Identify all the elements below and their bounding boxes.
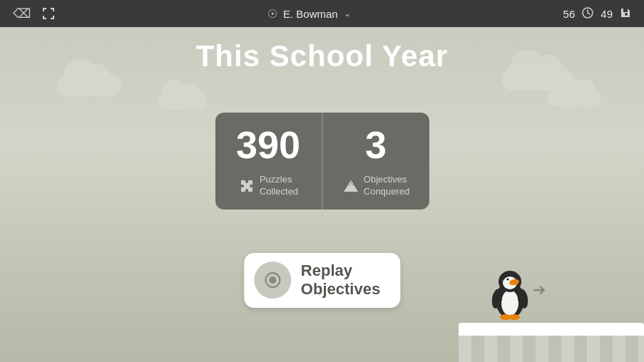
username-label[interactable]: E. Bowman [283,8,338,20]
objectives-label: Objectives Conquered [364,174,409,198]
objectives-count: 3 [365,125,387,164]
user-icon: ☉ [267,7,277,21]
ground-platform [459,323,644,362]
puzzles-section: 390 Puzzles Collected [215,113,322,210]
puzzles-label: Puzzles Collected [260,174,298,198]
cloud-decoration-2 [157,93,207,110]
ground-stripes [459,336,644,362]
puzzles-label-row: Puzzles Collected [238,174,298,198]
topbar: ⌫ ☉ E. Bowman ⌄ 56 49 [0,0,644,27]
replay-icon-circle [254,262,291,299]
fullscreen-button[interactable] [42,7,55,20]
replay-objectives-button[interactable]: Replay Objectives [244,253,400,308]
chevron-down-icon: ⌄ [344,9,351,19]
cloud-decoration-4 [548,89,601,107]
objectives-section: 3 Objectives Conquered [323,113,429,210]
session-count: 56 [563,8,576,20]
svg-point-13 [508,314,520,320]
stats-card: 390 Puzzles Collected 3 [215,113,429,210]
save-count: 49 [600,8,613,20]
ground-top [459,323,644,336]
penguin-character [487,263,533,326]
puzzles-count: 390 [236,125,300,164]
topbar-center: ☉ E. Bowman ⌄ [267,7,351,21]
replay-text-block: Replay Objectives [301,262,380,299]
svg-point-2 [269,276,276,284]
cloud-decoration-1 [57,75,121,96]
topbar-left-controls: ⌫ [13,6,55,21]
topbar-right: 56 49 [563,7,631,21]
mountain-icon [342,177,359,195]
direction-arrow: ➔ [533,281,546,299]
svg-point-9 [507,279,509,281]
puzzle-icon [238,177,255,195]
objectives-label-row: Objectives Conquered [342,174,409,198]
clock-icon [582,7,593,21]
page-title: This School Year [196,39,449,73]
replay-button-line2: Objectives [301,280,380,299]
save-icon [620,7,631,21]
svg-point-4 [501,290,518,316]
back-button[interactable]: ⌫ [13,6,31,21]
replay-button-line1: Replay [301,262,380,280]
